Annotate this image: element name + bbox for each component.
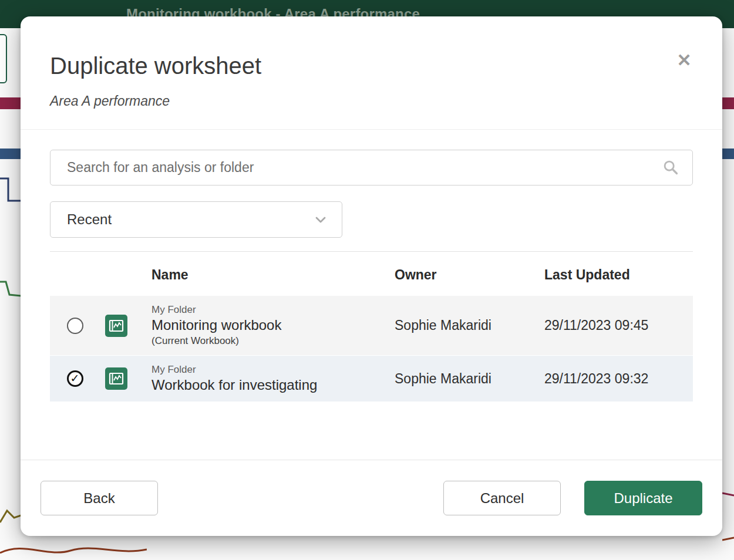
background-chart-card-fragment: [0, 34, 7, 83]
workbook-icon: [105, 315, 127, 337]
background-line-fragment-green: [0, 277, 21, 301]
table-row[interactable]: ✓ My Folder Workbook for investigating S…: [50, 356, 693, 402]
duplicate-button[interactable]: Duplicate: [584, 481, 702, 515]
search-icon: [662, 159, 679, 176]
dialog-subtitle: Area A performance: [50, 93, 693, 109]
workbook-icon: [105, 367, 127, 390]
cancel-button[interactable]: Cancel: [443, 481, 561, 515]
dialog-header: Duplicate worksheet Area A performance: [21, 16, 722, 130]
row-last-updated: 29/11/2023 09:45: [544, 318, 693, 333]
sort-dropdown-value: Recent: [67, 211, 112, 228]
row-folder: My Folder: [151, 304, 395, 316]
duplicate-worksheet-dialog: ✕ Duplicate worksheet Area A performance…: [21, 16, 722, 536]
dialog-footer: Back Cancel Duplicate: [21, 460, 722, 536]
row-note: (Current Workbook): [151, 335, 395, 347]
row-name: Monitoring workbook: [151, 317, 395, 333]
search-wrap: [50, 150, 693, 185]
row-owner: Sophie Makaridi: [395, 318, 544, 333]
column-header-name: Name: [151, 267, 395, 283]
sort-dropdown[interactable]: Recent: [50, 201, 342, 238]
background-line-fragment-darkred-left: [0, 535, 147, 560]
row-name: Workbook for investigating: [151, 377, 395, 393]
background-line-fragment-navy: [0, 170, 21, 211]
row-folder: My Folder: [151, 364, 395, 376]
radio-button-checked[interactable]: ✓: [67, 370, 83, 387]
table-row[interactable]: ✓ My Folder Monitoring workbook (Current…: [50, 296, 693, 355]
row-last-updated: 29/11/2023 09:32: [544, 371, 693, 387]
back-button[interactable]: Back: [41, 481, 158, 515]
chevron-down-icon: [314, 212, 328, 227]
row-owner: Sophie Makaridi: [395, 371, 544, 387]
close-icon[interactable]: ✕: [674, 50, 694, 70]
radio-button[interactable]: ✓: [67, 318, 83, 334]
background-line-fragment-maroon-right: [722, 481, 734, 552]
search-input[interactable]: [50, 150, 693, 185]
background-line-fragment-olive: [0, 505, 21, 528]
dialog-title: Duplicate worksheet: [50, 53, 693, 79]
column-header-owner: Owner: [395, 267, 544, 283]
table-header-row: Name Owner Last Updated: [50, 252, 693, 296]
dialog-body: Recent Name Owner Last Updated ✓: [21, 130, 722, 460]
column-header-last-updated: Last Updated: [544, 267, 693, 283]
check-icon: ✓: [70, 373, 80, 384]
